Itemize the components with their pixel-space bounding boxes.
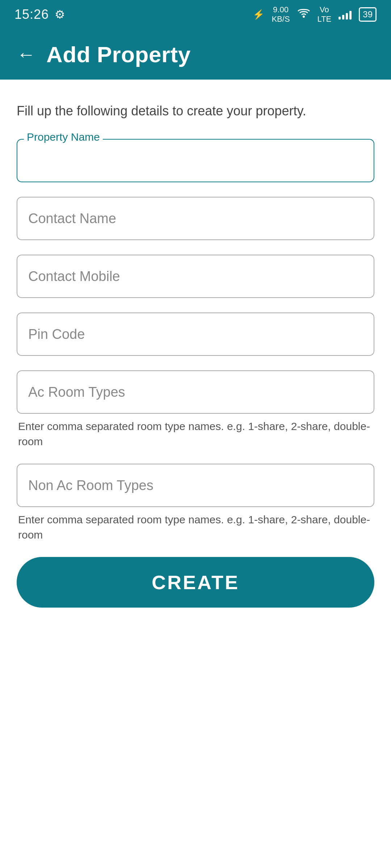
status-bar-left: 15:26 ⚙ [14,7,65,22]
status-time: 15:26 [14,7,49,22]
signal-bars [339,9,352,20]
pin-code-wrapper [17,312,374,356]
form-instructions: Fill up the following details to create … [17,101,374,121]
signal-bar-4 [349,11,352,20]
form-content: Fill up the following details to create … [0,80,391,868]
contact-mobile-wrapper [17,255,374,298]
ac-room-types-group: Enter comma separated room type names. e… [17,370,374,449]
non-ac-room-types-hint: Enter comma separated room type names. e… [17,512,374,542]
ac-room-types-hint: Enter comma separated room type names. e… [17,419,374,449]
signal-bar-3 [346,13,348,20]
property-name-wrapper: Property Name [17,139,374,182]
property-name-input[interactable] [17,139,374,182]
contact-name-group [17,197,374,240]
battery-indicator: 39 [359,7,377,22]
page-header: ← Add Property [0,29,391,80]
signal-bar-1 [339,17,341,20]
property-name-label: Property Name [24,131,103,143]
volte-indicator: Vo LTE [318,5,332,24]
svg-point-0 [303,16,305,18]
bluetooth-icon: ⚡ [253,9,264,20]
contact-name-wrapper [17,197,374,240]
create-button[interactable]: CREATE [17,557,374,608]
contact-mobile-group [17,255,374,298]
settings-icon: ⚙ [55,8,65,21]
property-name-group: Property Name [17,139,374,182]
page-title: Add Property [46,42,191,67]
status-bar: 15:26 ⚙ ⚡ 9.00 KB/S Vo LTE 39 [0,0,391,29]
status-bar-right: ⚡ 9.00 KB/S Vo LTE 39 [253,5,377,24]
non-ac-room-types-input[interactable] [17,464,374,507]
non-ac-room-types-group: Enter comma separated room type names. e… [17,464,374,542]
pin-code-group [17,312,374,356]
wifi-icon [297,8,310,21]
pin-code-input[interactable] [17,312,374,356]
contact-mobile-input[interactable] [17,255,374,298]
contact-name-input[interactable] [17,197,374,240]
signal-bar-2 [342,15,344,20]
back-button[interactable]: ← [17,45,35,64]
network-speed: 9.00 KB/S [272,5,290,24]
ac-room-types-input[interactable] [17,370,374,414]
non-ac-room-types-wrapper [17,464,374,507]
ac-room-types-wrapper [17,370,374,414]
